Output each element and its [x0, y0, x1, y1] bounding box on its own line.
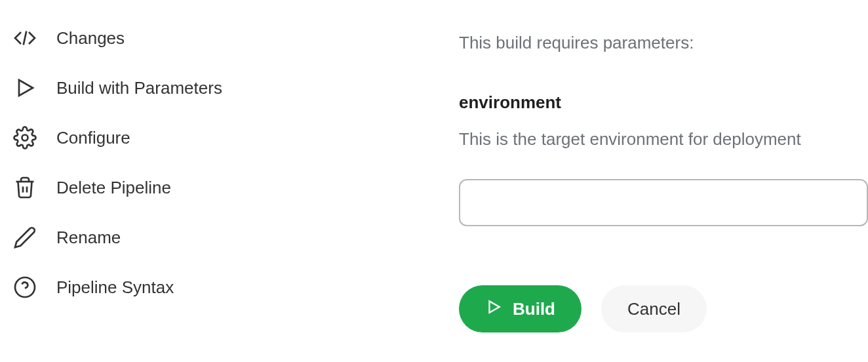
sidebar-item-label: Delete Pipeline [56, 178, 171, 198]
play-icon [13, 76, 37, 100]
pencil-icon [13, 226, 37, 249]
param-name: environment [459, 92, 868, 113]
cancel-button-label: Cancel [627, 299, 681, 319]
sidebar-item-build-with-parameters[interactable]: Build with Parameters [0, 63, 295, 113]
svg-marker-1 [19, 80, 33, 96]
sidebar-item-delete-pipeline[interactable]: Delete Pipeline [0, 163, 295, 212]
cancel-button[interactable]: Cancel [601, 285, 707, 332]
play-icon [485, 298, 502, 320]
build-button-label: Build [513, 299, 555, 319]
svg-point-5 [15, 277, 35, 297]
sidebar-item-label: Changes [56, 28, 125, 49]
svg-marker-7 [490, 301, 500, 312]
svg-line-0 [24, 31, 27, 45]
sidebar-item-label: Pipeline Syntax [56, 277, 174, 298]
button-row: Build Cancel [459, 285, 868, 332]
sidebar-item-configure[interactable]: Configure [0, 113, 295, 163]
gear-icon [13, 126, 37, 150]
environment-input[interactable] [459, 179, 868, 226]
help-icon [13, 275, 37, 299]
sidebar-item-label: Build with Parameters [56, 78, 222, 98]
trash-icon [13, 176, 37, 199]
sidebar-item-label: Rename [56, 228, 121, 248]
param-description: This is the target environment for deplo… [459, 129, 868, 150]
code-icon [13, 26, 37, 50]
svg-point-2 [22, 135, 28, 141]
sidebar-item-changes[interactable]: Changes [0, 13, 295, 63]
sidebar-item-rename[interactable]: Rename [0, 212, 295, 262]
sidebar-item-pipeline-syntax[interactable]: Pipeline Syntax [0, 262, 295, 312]
sidebar-item-label: Configure [56, 128, 130, 148]
main-content: This build requires parameters: environm… [295, 0, 868, 362]
build-button[interactable]: Build [459, 285, 582, 332]
intro-text: This build requires parameters: [459, 33, 868, 53]
sidebar: Changes Build with Parameters Configure … [0, 0, 295, 362]
